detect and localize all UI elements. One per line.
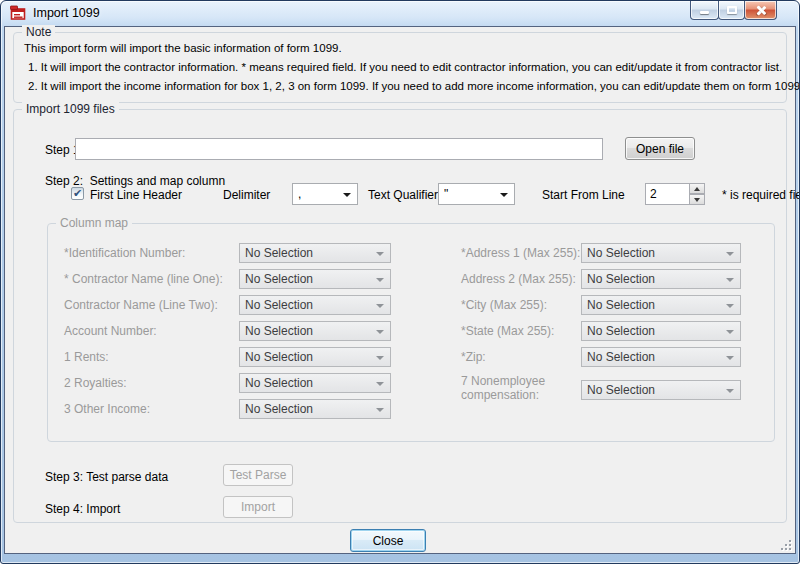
import-button: Import <box>223 496 293 518</box>
chevron-down-icon <box>376 408 384 412</box>
required-field-note: * is required field. <box>722 188 800 202</box>
map-select-city: No Selection <box>581 295 741 315</box>
minimize-button[interactable] <box>690 1 719 20</box>
map-label-zip: *Zip: <box>461 350 486 364</box>
map-select-address2: No Selection <box>581 269 741 289</box>
column-map-groupbox: Column map *Identification Number: No Se… <box>47 223 775 442</box>
chevron-down-icon <box>376 330 384 334</box>
first-line-header-checkbox[interactable]: ✔ <box>71 187 84 200</box>
combo-value: No Selection <box>245 376 372 390</box>
test-parse-button: Test Parse <box>223 464 293 486</box>
map-select-royalties: No Selection <box>239 373 391 393</box>
map-label-address1: *Address 1 (Max 255): <box>461 246 580 260</box>
map-label-contractor-name-one: * Contractor Name (line One): <box>64 272 223 286</box>
combo-value: No Selection <box>245 350 372 364</box>
map-select-zip: No Selection <box>581 347 741 367</box>
map-label-other-income: 3 Other Income: <box>64 402 150 416</box>
chevron-down-icon <box>726 278 734 282</box>
combo-value: No Selection <box>587 324 722 338</box>
combo-value: No Selection <box>587 298 722 312</box>
map-label-nonemployee-compensation: 7 Nonemployee compensation: <box>461 374 579 402</box>
combo-value: No Selection <box>245 324 372 338</box>
chevron-down-icon <box>376 304 384 308</box>
window-title: Import 1099 <box>33 6 100 20</box>
arrow-down-icon <box>694 198 700 202</box>
first-line-header-label: First Line Header <box>90 188 182 202</box>
combo-value: No Selection <box>245 272 372 286</box>
map-label-city: *City (Max 255): <box>461 298 547 312</box>
combo-value: No Selection <box>587 350 722 364</box>
start-from-line-label: Start From Line <box>542 188 625 202</box>
map-select-account-number: No Selection <box>239 321 391 341</box>
chevron-down-icon <box>376 382 384 386</box>
map-label-contractor-name-two: Contractor Name (Line Two): <box>64 298 218 312</box>
delimiter-label: Delimiter <box>223 188 270 202</box>
checkbox-check-icon: ✔ <box>73 188 82 199</box>
combo-value: No Selection <box>587 272 722 286</box>
combo-value: No Selection <box>245 246 372 260</box>
start-from-line-spinner <box>645 183 705 205</box>
chevron-down-icon <box>726 304 734 308</box>
map-label-royalties: 2 Royalties: <box>64 376 127 390</box>
note-intro: This import form will import the basic i… <box>24 42 342 54</box>
caption-buttons <box>691 1 777 20</box>
close-icon <box>755 5 766 16</box>
chevron-down-icon <box>726 389 734 393</box>
delimiter-value: , <box>298 187 339 201</box>
map-select-contractor-name-one: No Selection <box>239 269 391 289</box>
map-label-address2: Address 2 (Max 255): <box>461 272 576 286</box>
map-label-state: *State (Max 255): <box>461 324 554 338</box>
column-map-title: Column map <box>56 216 132 230</box>
note-item-1: 1. It will import the contractor informa… <box>28 61 782 73</box>
chevron-down-icon <box>726 252 734 256</box>
chevron-down-icon <box>343 193 351 197</box>
map-label-account-number: Account Number: <box>64 324 157 338</box>
title-bar[interactable]: Import 1099 <box>1 1 799 26</box>
chevron-down-icon <box>726 330 734 334</box>
spinner-down-button[interactable] <box>689 194 705 205</box>
maximize-icon <box>727 6 737 14</box>
close-button[interactable]: Close <box>350 529 426 552</box>
app-form-icon <box>10 5 26 21</box>
chevron-down-icon <box>376 278 384 282</box>
close-window-button[interactable] <box>744 1 777 20</box>
combo-value: No Selection <box>587 246 722 260</box>
map-select-nonemployee-compensation: No Selection <box>581 380 741 400</box>
combo-value: No Selection <box>245 402 372 416</box>
text-qualifier-value: " <box>444 187 496 201</box>
chevron-down-icon <box>376 356 384 360</box>
file-path-input[interactable] <box>75 138 603 160</box>
note-groupbox: Note This import form will import the ba… <box>13 32 787 103</box>
dialog-client-area: Note This import form will import the ba… <box>4 26 796 554</box>
test-parse-button-label: Test Parse <box>230 468 287 482</box>
chevron-down-icon <box>726 356 734 360</box>
minimize-icon <box>700 11 709 14</box>
arrow-up-icon <box>694 187 700 191</box>
step4-label: Step 4: Import <box>45 502 120 516</box>
map-select-address1: No Selection <box>581 243 741 263</box>
map-select-rents: No Selection <box>239 347 391 367</box>
text-qualifier-label: Text Qualifier <box>368 188 438 202</box>
map-select-other-income: No Selection <box>239 399 391 419</box>
step3-label: Step 3: Test parse data <box>45 470 168 484</box>
step2-label: Step 2: Settings and map column <box>45 174 225 188</box>
open-file-button[interactable]: Open file <box>625 137 695 160</box>
close-button-label: Close <box>373 534 404 548</box>
spinner-up-button[interactable] <box>689 183 705 194</box>
text-qualifier-select[interactable]: " <box>438 183 515 205</box>
map-label-identification-number: *Identification Number: <box>64 246 185 260</box>
map-select-identification-number: No Selection <box>239 243 391 263</box>
delimiter-select[interactable]: , <box>292 183 358 205</box>
import-button-label: Import <box>241 500 275 514</box>
chevron-down-icon <box>376 252 384 256</box>
import-group-title: Import 1099 files <box>22 102 119 116</box>
note-group-title: Note <box>22 25 55 39</box>
resize-grip[interactable] <box>779 538 791 550</box>
start-from-line-input[interactable] <box>645 183 690 205</box>
combo-value: No Selection <box>245 298 372 312</box>
import-1099-dialog: Import 1099 Note This import form will i… <box>0 0 800 564</box>
maximize-button[interactable] <box>718 1 745 20</box>
open-file-button-label: Open file <box>636 142 684 156</box>
map-label-rents: 1 Rents: <box>64 350 109 364</box>
combo-value: No Selection <box>587 383 722 397</box>
